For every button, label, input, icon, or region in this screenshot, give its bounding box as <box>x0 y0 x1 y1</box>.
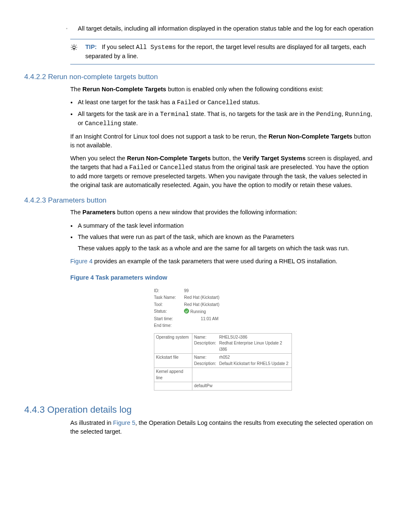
t: Running <box>190 309 206 314</box>
t: button opens a new window that provides … <box>115 209 297 216</box>
fig-params-table: Operating system Name:RHEL5U2-i386 Descr… <box>154 333 292 391</box>
fig-end-value <box>184 323 292 329</box>
t: When you select the <box>70 155 127 162</box>
p-4422-2: If an Insight Control for Linux tool doe… <box>70 132 375 150</box>
t: state. <box>121 120 138 126</box>
p-4422-1: The Rerun Non-Complete Targets button is… <box>70 85 375 94</box>
table-row: Kickstart file Name:rh052 Description:De… <box>154 354 292 368</box>
tip-label: TIP: <box>85 44 97 50</box>
fig-row1-cell: Name:RHEL5U2-i386 Description:Redhat Ent… <box>192 333 292 354</box>
t: Name: <box>194 334 219 341</box>
table-row: Operating system Name:RHEL5U2-i386 Descr… <box>154 333 292 354</box>
t: The <box>70 209 82 216</box>
t: Name: <box>194 355 219 361</box>
t: provides an example of the task paramete… <box>92 258 337 265</box>
p-443: As illustrated in Figure 5, the Operatio… <box>70 419 375 436</box>
heading-4423: 4.4.2.3 Parameters button <box>24 195 375 206</box>
fig-end-label: End time: <box>154 323 184 329</box>
top-sub-bullet: ◦All target details, including all infor… <box>78 24 375 33</box>
fig-tool-value: Red Hat (Kickstart) <box>184 302 292 308</box>
fig-row1-head: Operating system <box>154 333 192 354</box>
t: If an Insight Control for Linux tool doe… <box>70 133 269 140</box>
t: Redhat Enterprise Linux Update 2 i386 <box>219 340 290 352</box>
fig-status-value: Running <box>184 308 292 315</box>
t: The <box>70 86 82 93</box>
fig-id-value: 99 <box>184 288 292 294</box>
figure-4-image: ID:99 Task Name:Red Hat (Kickstart) Tool… <box>154 288 292 391</box>
status-ok-icon <box>184 308 189 314</box>
fig-row2-head: Kickstart file <box>154 354 192 368</box>
fig-row3-head: Kernel append line <box>154 368 192 382</box>
p-4422-3: When you select the Rerun Non-Complete T… <box>70 154 375 190</box>
t: rh052 <box>219 355 230 361</box>
fig-row4-head <box>154 382 192 391</box>
fig-row2-cell: Name:rh052 Description:Default Kickstart… <box>192 354 292 368</box>
svg-line-9 <box>72 49 72 50</box>
tip-icon <box>70 43 85 61</box>
t: At least one target for the task has a <box>78 99 177 105</box>
t: or <box>151 164 160 170</box>
t: Cancelled <box>207 99 240 106</box>
list-4422: At least one target for the task has a F… <box>77 98 375 128</box>
t: Default Kickstart for RHEL5 Update 2 <box>219 361 289 367</box>
tip-text: TIP: If you select All Systems for the r… <box>85 43 375 61</box>
t: status. <box>240 99 260 105</box>
fig-row4-cell: defaultPw <box>192 382 292 391</box>
t: Rerun Non-Complete Targets <box>127 155 210 162</box>
tip-callout: TIP: If you select All Systems for the r… <box>70 39 375 64</box>
t: button, the <box>211 155 243 162</box>
fig-id-label: ID: <box>154 288 184 294</box>
fig-start-value: 11:01 AM <box>184 316 292 322</box>
t: Cancelled <box>160 164 192 171</box>
figure-4-caption: Figure 4 Task parameters window <box>70 273 375 282</box>
li-4422-2: All targets for the task are in a Termin… <box>77 110 375 128</box>
li-4423-1: A summary of the task level information <box>77 221 375 230</box>
t: , <box>342 111 345 117</box>
fig-start-label: Start time: <box>154 316 184 322</box>
t: Pending <box>316 111 342 118</box>
hollow-bullet-icon: ◦ <box>66 26 78 31</box>
tip-pre: If you select <box>102 44 136 50</box>
t: Description: <box>194 361 219 367</box>
fig-status-label: Status: <box>154 308 184 315</box>
figure-5-link[interactable]: Figure 5 <box>113 419 135 426</box>
fig-tool-label: Tool: <box>154 302 184 308</box>
t: RHEL5U2-i386 <box>219 334 247 341</box>
t: Rerun Non-Complete Targets <box>269 133 352 140</box>
tip-code: All Systems <box>136 44 176 51</box>
t: Failed <box>129 164 151 171</box>
t: Failed <box>177 99 199 106</box>
t: All targets for the task are in a <box>78 111 160 117</box>
list-4423: A summary of the task level information … <box>77 221 375 253</box>
svg-line-8 <box>76 45 77 46</box>
t: These values apply to the task as a whol… <box>78 244 375 253</box>
t: or <box>199 99 207 105</box>
li-4422-1: At least one target for the task has a F… <box>77 98 375 107</box>
t: Parameters <box>82 209 115 216</box>
top-bullet-text: All target details, including all inform… <box>78 25 373 32</box>
p-4423-1: The Parameters button opens a new window… <box>70 208 375 217</box>
t: button is enabled only when the followin… <box>166 86 323 93</box>
t: Verify Target Systems <box>243 155 305 162</box>
t: state. That is, no targets for the task … <box>189 111 316 117</box>
fig-row3-cell <box>192 368 292 382</box>
t: The values that were run as part of the … <box>78 234 294 240</box>
t: Description: <box>194 340 219 352</box>
t: As illustrated in <box>70 419 113 426</box>
heading-443: 4.4.3 Operation details log <box>24 403 375 416</box>
svg-line-7 <box>76 49 77 50</box>
fig-taskname-label: Task Name: <box>154 295 184 301</box>
table-row: defaultPw <box>154 382 292 391</box>
fig-taskname-value: Red Hat (Kickstart) <box>184 295 292 301</box>
table-row: Kernel append line <box>154 368 292 382</box>
t: Rerun Non-Complete Targets <box>82 86 166 93</box>
figure-4-link[interactable]: Figure 4 <box>70 258 92 265</box>
svg-line-6 <box>72 45 72 46</box>
t: Terminal <box>160 111 189 118</box>
p-4423-2: Figure 4 provides an example of the task… <box>70 257 375 266</box>
t: Cancelling <box>85 120 121 127</box>
li-4423-2: The values that were run as part of the … <box>77 233 375 253</box>
t: Running <box>345 111 371 118</box>
heading-4422: 4.4.2.2 Rerun non-complete targets butto… <box>24 72 375 82</box>
